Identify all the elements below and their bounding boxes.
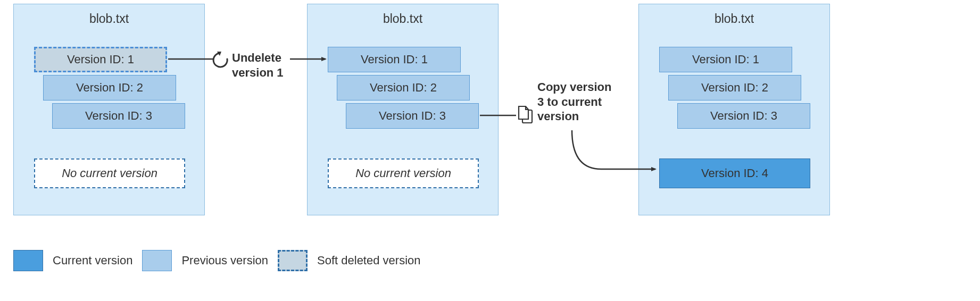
action-label-copy: Copy version 3 to current version xyxy=(537,80,611,124)
legend-label: Previous version xyxy=(181,254,268,267)
legend-label: Current version xyxy=(53,254,132,267)
version-label: Version ID: 3 xyxy=(379,109,446,123)
legend-swatch-current xyxy=(13,250,43,271)
copy-icon xyxy=(519,106,532,123)
action-text-line: Copy version xyxy=(537,80,611,95)
no-current-placeholder: No current version xyxy=(328,158,479,188)
legend-label: Soft deleted version xyxy=(317,254,420,267)
diagram-canvas: blob.txt Version ID: 1 Version ID: 2 Ver… xyxy=(0,0,980,301)
no-current-placeholder: No current version xyxy=(34,158,185,188)
version-label: Version ID: 2 xyxy=(370,81,437,95)
no-current-label: No current version xyxy=(355,166,451,180)
panel-state-1: blob.txt Version ID: 1 Version ID: 2 Ver… xyxy=(13,4,205,215)
action-text-line: 3 to current xyxy=(537,95,611,110)
version-label: Version ID: 2 xyxy=(76,81,143,95)
version-block-soft-deleted: Version ID: 1 xyxy=(34,47,167,72)
version-block-previous: Version ID: 1 xyxy=(328,47,461,72)
version-block-previous: Version ID: 3 xyxy=(346,103,479,129)
panel-title: blob.txt xyxy=(14,12,204,26)
version-label: Version ID: 3 xyxy=(85,109,152,123)
no-current-label: No current version xyxy=(62,166,157,180)
version-label: Version ID: 2 xyxy=(701,81,768,95)
action-text-line: version 1 xyxy=(232,65,284,80)
undo-icon xyxy=(213,52,227,67)
action-text-line: Undelete xyxy=(232,51,284,65)
version-label: Version ID: 1 xyxy=(692,53,759,66)
version-block-previous: Version ID: 1 xyxy=(659,47,792,72)
legend: Current version Previous version Soft de… xyxy=(13,250,421,271)
version-block-previous: Version ID: 2 xyxy=(337,75,470,101)
action-label-undelete: Undelete version 1 xyxy=(232,51,284,80)
version-block-previous: Version ID: 3 xyxy=(52,103,185,129)
panel-title: blob.txt xyxy=(308,12,498,26)
version-label: Version ID: 4 xyxy=(701,166,768,180)
svg-rect-3 xyxy=(522,110,532,123)
version-block-previous: Version ID: 2 xyxy=(668,75,801,101)
action-text-line: version xyxy=(537,109,611,124)
version-label: Version ID: 1 xyxy=(67,53,134,66)
legend-swatch-previous xyxy=(142,250,172,271)
version-label: Version ID: 1 xyxy=(361,53,428,66)
version-block-previous: Version ID: 2 xyxy=(43,75,176,101)
legend-swatch-soft-deleted xyxy=(278,250,308,271)
version-block-current: Version ID: 4 xyxy=(659,158,810,188)
panel-state-3: blob.txt Version ID: 1 Version ID: 2 Ver… xyxy=(638,4,830,215)
version-label: Version ID: 3 xyxy=(710,109,777,123)
panel-title: blob.txt xyxy=(639,12,829,26)
version-block-previous: Version ID: 3 xyxy=(677,103,810,129)
panel-state-2: blob.txt Version ID: 1 Version ID: 2 Ver… xyxy=(307,4,499,215)
